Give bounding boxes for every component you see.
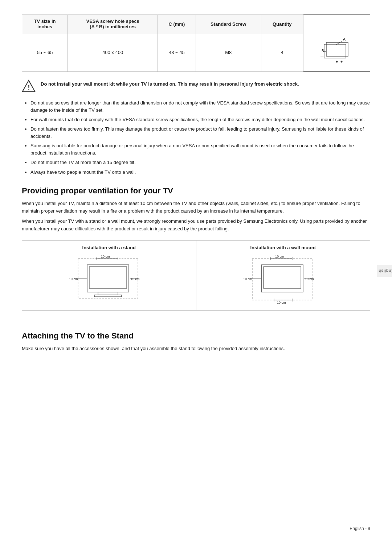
- list-item: Samsung is not liable for product damage…: [30, 142, 370, 157]
- svg-text:10 cm: 10 cm: [101, 255, 110, 258]
- svg-rect-12: [87, 265, 129, 292]
- warning-box: ! Do not install your wall mount kit whi…: [22, 79, 370, 93]
- svg-text:10 cm: 10 cm: [305, 277, 314, 281]
- svg-rect-13: [89, 267, 127, 288]
- stand-diagram: 10 cm 10 cm 10 cm: [69, 255, 149, 305]
- warning-text: Do not install your wall mount kit while…: [41, 79, 299, 88]
- list-item: Do not mount the TV at more than a 15 de…: [30, 159, 370, 166]
- attaching-section: Attaching the TV to the Stand Make sure …: [22, 331, 370, 353]
- svg-rect-15: [94, 295, 122, 297]
- ventilation-para1: When you install your TV, maintain a dis…: [22, 200, 370, 215]
- attaching-para: Make sure you have all the accessories s…: [22, 345, 370, 353]
- svg-text:10 cm: 10 cm: [69, 277, 78, 281]
- wall-diagram: 10 cm 10 cm 10 cm 10 cm: [243, 255, 323, 305]
- installation-stand-cell: Installation with a stand 10 cm 10 cm 10…: [22, 241, 196, 310]
- col-header-diagram: [303, 15, 370, 33]
- svg-point-6: [336, 61, 338, 62]
- installation-wall-title: Installation with a wall mount: [196, 245, 370, 250]
- col-header-vesa: VESA screw hole specs(A * B) in millimet…: [68, 15, 158, 33]
- svg-text:A: A: [343, 37, 346, 41]
- cell-tv-size: 55 ~ 65: [22, 33, 68, 72]
- cell-tv-diagram: A B: [303, 33, 370, 72]
- attaching-heading: Attaching the TV to the Stand: [22, 331, 370, 341]
- installation-wall-cell: Installation with a wall mount 10 cm 10 …: [196, 241, 370, 310]
- col-header-tv-size: TV size ininches: [22, 15, 68, 33]
- col-header-standard-screw: Standard Screw: [196, 15, 261, 33]
- section-divider: [22, 321, 370, 321]
- specs-table: TV size ininches VESA screw hole specs(A…: [22, 15, 370, 72]
- svg-rect-3: [326, 42, 348, 56]
- cell-c: 43 ~ 45: [158, 33, 196, 72]
- list-item: Do not fasten the screws too firmly. Thi…: [30, 126, 370, 140]
- col-header-c: C (mm): [158, 15, 196, 33]
- svg-text:10 cm: 10 cm: [275, 255, 284, 258]
- ventilation-para2: When you install your TV with a stand or…: [22, 218, 370, 233]
- svg-rect-25: [261, 265, 303, 292]
- list-item: For wall mounts that do not comply with …: [30, 116, 370, 123]
- svg-text:10 cm: 10 cm: [131, 277, 140, 281]
- svg-rect-14: [98, 292, 118, 295]
- cell-vesa: 400 x 400: [68, 33, 158, 72]
- ventilation-heading: Providing proper ventilation for your TV: [22, 186, 370, 196]
- page-footer: English - 9: [350, 526, 370, 531]
- svg-point-7: [340, 61, 342, 62]
- list-item: Do not use screws that are longer than t…: [30, 99, 370, 114]
- bullet-list: Do not use screws that are longer than t…: [30, 99, 370, 176]
- cell-quantity: 4: [261, 33, 303, 72]
- list-item: Always have two people mount the TV onto…: [30, 169, 370, 176]
- svg-text:B: B: [322, 49, 324, 53]
- svg-text:10 cm: 10 cm: [277, 301, 286, 304]
- installation-grid: Installation with a stand 10 cm 10 cm 10…: [22, 240, 370, 311]
- svg-text:!: !: [28, 84, 30, 91]
- svg-rect-26: [264, 267, 301, 288]
- tv-mount-diagram: A B: [317, 37, 357, 68]
- svg-text:10 cm: 10 cm: [243, 277, 252, 281]
- warning-icon: !: [22, 79, 36, 93]
- installation-stand-title: Installation with a stand: [22, 245, 196, 250]
- cell-screw: M8: [196, 33, 261, 72]
- svg-rect-2: [324, 44, 346, 58]
- col-header-quantity: Quantity: [261, 15, 303, 33]
- side-label: English: [377, 265, 392, 277]
